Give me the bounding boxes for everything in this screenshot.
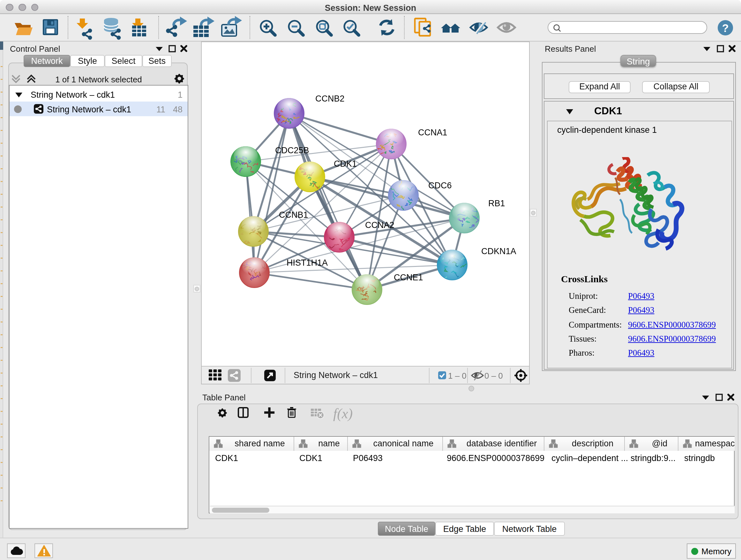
svg-text:?: ? xyxy=(722,22,729,34)
svg-text:f(x): f(x) xyxy=(333,406,353,422)
